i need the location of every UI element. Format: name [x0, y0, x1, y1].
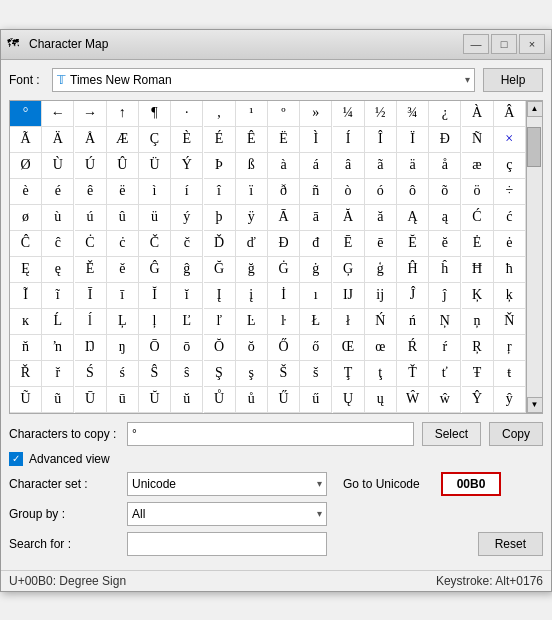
char-cell[interactable]: ŵ [429, 387, 461, 413]
char-cell[interactable]: ħ [494, 257, 526, 283]
char-cell[interactable]: Ĥ [397, 257, 429, 283]
char-cell[interactable]: ě [107, 257, 139, 283]
char-cell[interactable]: ű [300, 387, 332, 413]
char-cell[interactable]: ŷ [494, 387, 526, 413]
char-cell[interactable]: ä [397, 153, 429, 179]
char-cell[interactable]: · [171, 101, 203, 127]
char-cell[interactable]: Ł [300, 309, 332, 335]
char-cell[interactable]: Ŋ [75, 335, 107, 361]
char-cell[interactable]: Ů [204, 387, 236, 413]
char-cell[interactable]: Ú [75, 153, 107, 179]
char-cell[interactable]: ŕ [429, 335, 461, 361]
char-cell[interactable]: ÷ [494, 179, 526, 205]
char-cell[interactable]: Ļ [107, 309, 139, 335]
char-cell[interactable]: ş [236, 361, 268, 387]
char-cell[interactable]: Đ [268, 231, 300, 257]
char-cell[interactable]: Ï [397, 127, 429, 153]
char-cell[interactable]: Å [75, 127, 107, 153]
char-cell[interactable]: Ē [333, 231, 365, 257]
char-cell[interactable]: š [300, 361, 332, 387]
groupby-dropdown[interactable]: All ▾ [127, 502, 327, 526]
char-cell[interactable]: Ą [397, 205, 429, 231]
char-cell[interactable]: Ŗ [462, 335, 494, 361]
char-cell[interactable]: ũ [42, 387, 74, 413]
char-cell[interactable]: ò [333, 179, 365, 205]
char-cell[interactable]: Í [333, 127, 365, 153]
char-cell[interactable]: Ň [494, 309, 526, 335]
char-cell[interactable]: ° [10, 101, 42, 127]
char-cell[interactable]: è [10, 179, 42, 205]
char-cell[interactable]: Ě [75, 257, 107, 283]
advanced-view-checkbox[interactable]: ✓ [9, 452, 23, 466]
char-cell[interactable]: Â [494, 101, 526, 127]
char-cell[interactable]: ô [397, 179, 429, 205]
char-cell[interactable]: Ċ [75, 231, 107, 257]
char-cell[interactable]: ← [42, 101, 74, 127]
char-cell[interactable]: û [107, 205, 139, 231]
char-cell[interactable]: đ [300, 231, 332, 257]
char-cell[interactable]: ł [333, 309, 365, 335]
char-cell[interactable]: ņ [462, 309, 494, 335]
char-cell[interactable]: â [333, 153, 365, 179]
char-cell[interactable]: ÿ [236, 205, 268, 231]
char-cell[interactable]: ġ [300, 257, 332, 283]
search-input[interactable] [127, 532, 327, 556]
char-cell[interactable]: ú [75, 205, 107, 231]
char-cell[interactable]: Ŧ [462, 361, 494, 387]
char-cell[interactable]: ¿ [429, 101, 461, 127]
char-cell[interactable]: Ü [139, 153, 171, 179]
char-cell[interactable]: Ŕ [397, 335, 429, 361]
char-cell[interactable]: ü [139, 205, 171, 231]
char-cell[interactable]: Ã [10, 127, 42, 153]
char-cell[interactable]: Ş [204, 361, 236, 387]
char-cell[interactable]: ń [397, 309, 429, 335]
char-cell[interactable]: Ŭ [139, 387, 171, 413]
char-cell[interactable]: ĉ [42, 231, 74, 257]
scroll-thumb[interactable] [527, 127, 541, 167]
char-cell[interactable]: Ţ [333, 361, 365, 387]
char-cell[interactable]: Œ [333, 335, 365, 361]
goto-unicode-input[interactable] [441, 472, 501, 496]
char-cell[interactable]: Ñ [462, 127, 494, 153]
char-cell[interactable]: ĸ [10, 309, 42, 335]
char-cell[interactable]: é [42, 179, 74, 205]
char-cell[interactable]: ā [300, 205, 332, 231]
char-cell[interactable]: ő [300, 335, 332, 361]
copy-input[interactable] [127, 422, 414, 446]
char-cell[interactable]: ù [42, 205, 74, 231]
char-cell[interactable]: ŗ [494, 335, 526, 361]
char-cell[interactable]: À [462, 101, 494, 127]
char-cell[interactable]: Ű [268, 387, 300, 413]
char-cell[interactable]: ¶ [139, 101, 171, 127]
char-cell[interactable]: ĭ [171, 283, 203, 309]
char-cell[interactable]: Ņ [429, 309, 461, 335]
char-cell[interactable]: ē [365, 231, 397, 257]
char-cell[interactable]: ý [171, 205, 203, 231]
char-cell[interactable]: Ŝ [139, 361, 171, 387]
char-cell[interactable]: , [204, 101, 236, 127]
char-cell[interactable]: ŀ [268, 309, 300, 335]
char-cell[interactable]: ï [236, 179, 268, 205]
char-cell[interactable]: Ë [268, 127, 300, 153]
char-cell[interactable]: ó [365, 179, 397, 205]
char-cell[interactable]: å [429, 153, 461, 179]
char-cell[interactable]: ľ [204, 309, 236, 335]
char-cell[interactable]: Ģ [333, 257, 365, 283]
char-cell[interactable]: í [171, 179, 203, 205]
char-cell[interactable]: Ù [42, 153, 74, 179]
char-cell[interactable]: Ő [268, 335, 300, 361]
char-cell[interactable]: Č [139, 231, 171, 257]
char-cell[interactable]: ı [300, 283, 332, 309]
charset-dropdown[interactable]: Unicode ▾ [127, 472, 327, 496]
char-cell[interactable]: ð [268, 179, 300, 205]
char-cell[interactable]: × [494, 127, 526, 153]
char-cell[interactable]: Ś [75, 361, 107, 387]
char-cell[interactable]: ß [236, 153, 268, 179]
char-cell[interactable]: ą [429, 205, 461, 231]
char-cell[interactable]: õ [429, 179, 461, 205]
char-cell[interactable]: Ø [10, 153, 42, 179]
char-cell[interactable]: ę [42, 257, 74, 283]
char-cell[interactable]: Ħ [462, 257, 494, 283]
char-cell[interactable]: ö [462, 179, 494, 205]
char-cell[interactable]: ø [10, 205, 42, 231]
